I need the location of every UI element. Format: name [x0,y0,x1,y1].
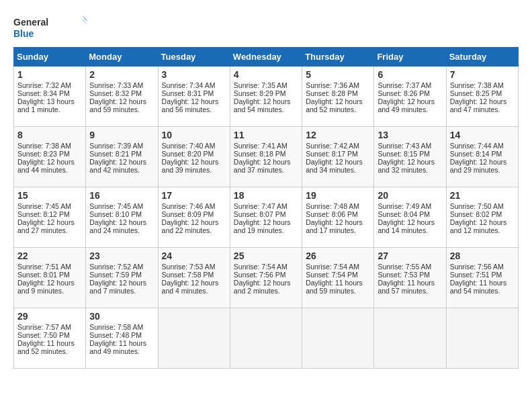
sunset: Sunset: 8:26 PM [378,89,430,97]
sunset: Sunset: 8:09 PM [162,210,214,218]
calendar-cell [158,308,230,369]
daylight: Daylight: 12 hours and 12 minutes. [450,218,507,234]
daylight: Daylight: 12 hours and 29 minutes. [450,158,507,174]
daylight: Daylight: 12 hours and 32 minutes. [378,158,435,174]
sunrise: Sunrise: 7:58 AM [89,323,143,331]
sunset: Sunset: 8:02 PM [450,210,502,218]
page-header: General Blue [13,13,519,40]
sunset: Sunset: 8:20 PM [162,150,214,158]
sunset: Sunset: 7:56 PM [234,271,286,279]
sunset: Sunset: 7:53 PM [378,271,430,279]
sunrise: Sunrise: 7:34 AM [162,81,216,89]
calendar-cell: 15Sunrise: 7:45 AMSunset: 8:12 PMDayligh… [14,187,86,248]
day-number: 24 [162,250,226,261]
day-number: 9 [89,130,154,140]
daylight: Daylight: 12 hours and 2 minutes. [234,279,291,295]
day-number: 28 [450,250,515,261]
calendar-cell: 1Sunrise: 7:32 AMSunset: 8:34 PMDaylight… [14,66,86,127]
sunset: Sunset: 7:50 PM [17,331,70,339]
day-number: 21 [450,190,515,201]
daylight: Daylight: 11 hours and 59 minutes. [306,279,363,295]
svg-text:Blue: Blue [13,28,34,39]
sunset: Sunset: 7:48 PM [89,331,142,339]
calendar-cell: 17Sunrise: 7:46 AMSunset: 8:09 PMDayligh… [158,187,230,248]
calendar-table: SundayMondayTuesdayWednesdayThursdayFrid… [13,47,519,369]
week-row-3: 15Sunrise: 7:45 AMSunset: 8:12 PMDayligh… [14,187,519,248]
sunrise: Sunrise: 7:44 AM [450,142,504,150]
daylight: Daylight: 12 hours and 47 minutes. [450,97,507,113]
day-number: 25 [234,250,298,261]
header-tuesday: Tuesday [158,48,230,66]
day-number: 29 [17,311,82,322]
calendar-cell: 10Sunrise: 7:40 AMSunset: 8:20 PMDayligh… [158,127,230,187]
sunset: Sunset: 8:10 PM [89,210,142,218]
daylight: Daylight: 12 hours and 44 minutes. [17,158,75,174]
day-number: 5 [306,69,370,80]
day-number: 6 [378,69,442,80]
week-row-2: 8Sunrise: 7:38 AMSunset: 8:23 PMDaylight… [14,127,519,187]
sunrise: Sunrise: 7:40 AM [162,142,216,150]
week-row-1: 1Sunrise: 7:32 AMSunset: 8:34 PMDaylight… [14,66,519,127]
calendar-cell [302,308,374,369]
daylight: Daylight: 12 hours and 19 minutes. [234,218,291,234]
sunrise: Sunrise: 7:55 AM [378,263,431,271]
day-number: 22 [17,250,82,261]
sunset: Sunset: 7:54 PM [306,271,358,279]
day-number: 16 [89,190,154,201]
week-row-4: 22Sunrise: 7:51 AMSunset: 8:01 PMDayligh… [14,248,519,308]
day-number: 18 [234,190,298,201]
daylight: Daylight: 12 hours and 39 minutes. [162,158,219,174]
day-number: 13 [378,130,442,140]
header-wednesday: Wednesday [230,48,302,66]
daylight: Daylight: 12 hours and 14 minutes. [378,218,435,234]
week-row-5: 29Sunrise: 7:57 AMSunset: 7:50 PMDayligh… [14,308,519,369]
day-number: 10 [162,130,226,140]
sunset: Sunset: 8:04 PM [378,210,430,218]
sunrise: Sunrise: 7:36 AM [306,81,359,89]
sunrise: Sunrise: 7:45 AM [17,202,71,210]
sunset: Sunset: 8:14 PM [450,150,502,158]
daylight: Daylight: 12 hours and 42 minutes. [89,158,146,174]
calendar-cell: 19Sunrise: 7:48 AMSunset: 8:06 PMDayligh… [302,187,374,248]
day-number: 26 [306,250,370,261]
svg-marker-2 [81,17,87,26]
day-number: 23 [89,250,154,261]
sunset: Sunset: 8:29 PM [234,89,286,97]
calendar-cell: 23Sunrise: 7:52 AMSunset: 7:59 PMDayligh… [86,248,158,308]
calendar-cell: 12Sunrise: 7:42 AMSunset: 8:17 PMDayligh… [302,127,374,187]
header-friday: Friday [374,48,446,66]
calendar-cell: 16Sunrise: 7:45 AMSunset: 8:10 PMDayligh… [86,187,158,248]
daylight: Daylight: 11 hours and 54 minutes. [450,279,507,295]
day-number: 20 [378,190,442,201]
calendar-cell: 25Sunrise: 7:54 AMSunset: 7:56 PMDayligh… [230,248,302,308]
day-number: 19 [306,190,370,201]
sunset: Sunset: 8:31 PM [162,89,214,97]
day-number: 30 [89,311,154,322]
calendar-cell [230,308,302,369]
sunrise: Sunrise: 7:51 AM [17,263,71,271]
daylight: Daylight: 12 hours and 22 minutes. [162,218,219,234]
sunrise: Sunrise: 7:41 AM [234,142,287,150]
sunrise: Sunrise: 7:56 AM [450,263,504,271]
sunrise: Sunrise: 7:52 AM [89,263,143,271]
calendar-cell: 3Sunrise: 7:34 AMSunset: 8:31 PMDaylight… [158,66,230,127]
daylight: Daylight: 12 hours and 49 minutes. [378,97,435,113]
daylight: Daylight: 13 hours and 1 minute. [17,97,75,113]
calendar-cell: 6Sunrise: 7:37 AMSunset: 8:26 PMDaylight… [374,66,446,127]
sunset: Sunset: 8:25 PM [450,89,502,97]
calendar-cell: 26Sunrise: 7:54 AMSunset: 7:54 PMDayligh… [302,248,374,308]
sunrise: Sunrise: 7:32 AM [17,81,71,89]
day-number: 27 [378,250,442,261]
sunset: Sunset: 8:23 PM [17,150,70,158]
calendar-cell: 14Sunrise: 7:44 AMSunset: 8:14 PMDayligh… [446,127,518,187]
sunset: Sunset: 8:21 PM [89,150,142,158]
sunrise: Sunrise: 7:33 AM [89,81,143,89]
sunset: Sunset: 8:28 PM [306,89,358,97]
header-sunday: Sunday [14,48,86,66]
sunrise: Sunrise: 7:45 AM [89,202,143,210]
sunrise: Sunrise: 7:50 AM [450,202,504,210]
sunrise: Sunrise: 7:53 AM [162,263,216,271]
daylight: Daylight: 12 hours and 56 minutes. [162,97,219,113]
sunset: Sunset: 8:17 PM [306,150,358,158]
daylight: Daylight: 12 hours and 7 minutes. [89,279,146,295]
